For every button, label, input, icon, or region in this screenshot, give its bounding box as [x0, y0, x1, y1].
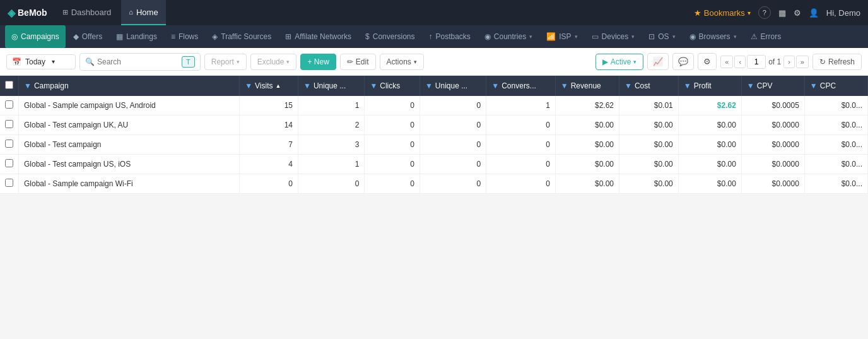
logo-text: BeMob	[18, 8, 47, 18]
row-campaign-name[interactable]: Global - Sample campaign Wi-Fi	[19, 174, 240, 194]
row-checkbox[interactable]	[5, 100, 13, 109]
campaign-filter-icon: ▼	[24, 81, 32, 90]
postbacks-label: Postbacks	[435, 32, 470, 41]
tab-dashboard[interactable]: ⊞ Dashboard	[55, 0, 119, 25]
row-campaign-name[interactable]: Global - Test campaign	[19, 135, 240, 155]
th-unique2[interactable]: ▼ Unique ...	[419, 76, 486, 96]
unique2-filter-icon: ▼	[425, 81, 433, 90]
sidebar-item-errors[interactable]: ⚠ Errors	[744, 25, 788, 48]
play-icon: ▶	[602, 57, 608, 66]
row-unique2: 0	[419, 135, 486, 155]
sidebar-item-landings[interactable]: ▦ Landings	[110, 25, 163, 48]
row-cpv: $0.0000	[741, 116, 804, 135]
th-cost[interactable]: ▼ Cost	[619, 76, 679, 96]
sidebar-item-campaigns[interactable]: ◎ Campaigns	[5, 25, 66, 48]
column-settings-button[interactable]: ⚙	[698, 53, 717, 70]
help-button[interactable]: ?	[758, 6, 771, 19]
row-campaign-name[interactable]: Global - Test campaign UK, AU	[19, 116, 240, 135]
logo[interactable]: ◈ BeMob	[8, 7, 47, 19]
row-cpv: $0.0000	[741, 155, 804, 174]
active-filter-dropdown[interactable]: ▶ Active ▾	[595, 54, 644, 70]
th-visits[interactable]: ▼ Visits ▲	[240, 76, 298, 96]
sidebar-item-browsers[interactable]: ◉ Browsers ▾	[683, 25, 743, 48]
exclude-button[interactable]: Exclude ▾	[250, 54, 297, 70]
sidebar-item-devices[interactable]: ▭ Devices ▾	[585, 25, 642, 48]
row-clicks: 0	[365, 116, 420, 135]
th-unique1[interactable]: ▼ Unique ...	[298, 76, 365, 96]
row-checkbox[interactable]	[5, 120, 13, 128]
th-campaign[interactable]: ▼ Campaign	[19, 76, 240, 96]
row-conversions: 0	[486, 135, 556, 155]
cpv-filter-icon: ▼	[747, 81, 754, 90]
comment-button[interactable]: 💬	[672, 53, 694, 70]
row-campaign-name[interactable]: Global - Sample campaign US, Android	[19, 96, 240, 116]
row-checkbox-cell[interactable]	[0, 116, 19, 135]
actions-button[interactable]: Actions ▾	[380, 54, 424, 70]
notifications-button[interactable]: ▦	[778, 8, 786, 18]
th-profit[interactable]: ▼ Profit	[678, 76, 741, 96]
countries-chevron-icon: ▾	[529, 33, 532, 40]
row-checkbox[interactable]	[5, 179, 13, 187]
chart-button[interactable]: 📈	[647, 53, 669, 70]
sidebar-item-traffic-sources[interactable]: ◈ Traffic Sources	[206, 25, 278, 48]
select-all-checkbox[interactable]	[5, 81, 13, 89]
toolbar: 📅 Today ▾ 🔍 T Report ▾ Exclude ▾ + New ✏…	[0, 48, 868, 76]
th-cpv[interactable]: ▼ CPV	[741, 76, 804, 96]
row-checkbox-cell[interactable]	[0, 155, 19, 174]
row-checkbox-cell[interactable]	[0, 174, 19, 194]
sidebar-item-countries[interactable]: ◉ Countries ▾	[478, 25, 539, 48]
refresh-button[interactable]: ↻ Refresh	[812, 54, 862, 70]
table-row: Global - Test campaign UK, AU 14 2 0 0 0…	[0, 116, 868, 135]
row-campaign-name[interactable]: Global - Test campaign US, iOS	[19, 155, 240, 174]
sidebar-item-os[interactable]: ⊡ OS ▾	[642, 25, 681, 48]
postbacks-icon: ↑	[428, 32, 432, 41]
last-page-button[interactable]: »	[796, 56, 809, 68]
row-unique1: 3	[298, 135, 365, 155]
first-page-button[interactable]: «	[720, 56, 733, 68]
row-cpc: $0.0...	[804, 135, 867, 155]
th-cpc[interactable]: ▼ CPC	[804, 76, 867, 96]
gear-icon: ⚙	[703, 57, 711, 66]
row-checkbox[interactable]	[5, 159, 13, 167]
sidebar-item-postbacks[interactable]: ↑ Postbacks	[422, 25, 476, 48]
tab-home[interactable]: ⌂ Home	[121, 0, 165, 25]
row-checkbox-cell[interactable]	[0, 96, 19, 116]
prev-page-button[interactable]: ‹	[734, 56, 746, 68]
settings-button[interactable]: ⚙	[794, 8, 801, 18]
conversions-label: Conversions	[373, 32, 415, 41]
campaigns-label: Campaigns	[21, 32, 59, 41]
table-row: Global - Sample campaign US, Android 15 …	[0, 96, 868, 116]
table-row: Global - Test campaign US, iOS 4 1 0 0 0…	[0, 155, 868, 174]
campaigns-icon: ◎	[11, 32, 18, 41]
search-input[interactable]	[97, 57, 179, 66]
revenue-filter-icon: ▼	[561, 81, 568, 90]
row-profit: $2.62	[678, 96, 741, 116]
bookmarks-button[interactable]: ★ Bookmarks ▾	[694, 8, 751, 18]
row-checkbox[interactable]	[5, 140, 13, 148]
search-box[interactable]: 🔍 T	[79, 53, 201, 71]
next-page-button[interactable]: ›	[783, 56, 795, 68]
clicks-filter-icon: ▼	[370, 81, 377, 90]
filter-tag-button[interactable]: T	[182, 56, 195, 68]
new-button[interactable]: + New	[300, 54, 336, 70]
sidebar-item-isp[interactable]: 📶 ISP ▾	[540, 25, 584, 48]
sidebar-item-offers[interactable]: ◆ Offers	[67, 25, 108, 48]
th-conversions[interactable]: ▼ Convers...	[486, 76, 556, 96]
row-profit: $0.00	[678, 116, 741, 135]
row-cost: $0.01	[619, 96, 679, 116]
row-unique1: 1	[298, 155, 365, 174]
page-number-input[interactable]	[747, 55, 766, 69]
row-checkbox-cell[interactable]	[0, 135, 19, 155]
th-revenue[interactable]: ▼ Revenue	[555, 76, 619, 96]
date-picker[interactable]: 📅 Today ▾	[6, 54, 76, 69]
edit-label: Edit	[356, 57, 369, 66]
browsers-chevron-icon: ▾	[734, 33, 737, 40]
sidebar-item-affiliate-networks[interactable]: ⊞ Affilate Networks	[279, 25, 358, 48]
campaigns-table: ▼ Campaign ▼ Visits ▲ ▼ Unique ...	[0, 76, 868, 194]
row-cpc: $0.0...	[804, 174, 867, 194]
report-button[interactable]: Report ▾	[204, 54, 247, 70]
sidebar-item-conversions[interactable]: $ Conversions	[359, 25, 421, 48]
edit-button[interactable]: ✏ Edit	[340, 54, 376, 70]
sidebar-item-flows[interactable]: ≡ Flows	[165, 25, 204, 48]
th-clicks[interactable]: ▼ Clicks	[365, 76, 420, 96]
